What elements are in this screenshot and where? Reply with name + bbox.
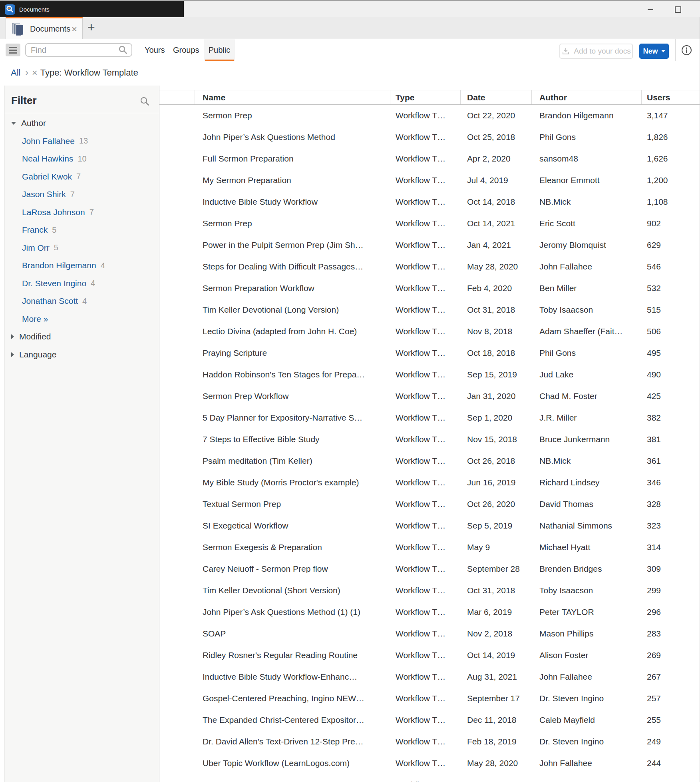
table-row[interactable]: Gospel-Centered Preaching, Ingino NEW… W… (159, 688, 700, 709)
breadcrumb-all-link[interactable]: All (11, 68, 20, 78)
cell-author: Phil Gons (539, 132, 638, 142)
table-row[interactable]: Tim Keller Devotional (Short Version) Wo… (159, 580, 700, 601)
cell-users: 629 (647, 240, 661, 250)
filter-author-item[interactable]: LaRosa Johnson 7 (4, 203, 159, 221)
filter-author-item[interactable]: Jason Shirk 7 (4, 186, 159, 203)
cell-type: Workflow T… (396, 672, 445, 682)
filter-author-item[interactable]: Neal Hawkins 10 (4, 150, 159, 168)
table-row[interactable]: Sermon Preparation Workflow Workflow T… … (159, 277, 700, 299)
cell-users: 328 (647, 499, 661, 509)
filter-section-modified[interactable]: Modified (4, 328, 159, 346)
minimize-button[interactable] (642, 1, 658, 18)
table-row[interactable]: John Piper’s Ask Questions Method Workfl… (159, 126, 700, 148)
table-row[interactable]: Sermon Prep Workflow T… Nov 21, 2018 (159, 774, 700, 782)
filter-author-link[interactable]: Jim Orr (22, 243, 50, 253)
table-row[interactable]: The Expanded Christ-Centered Expositor… … (159, 709, 700, 731)
filter-author-link[interactable]: Dr. Steven Ingino (22, 279, 86, 288)
filter-author-link[interactable]: LaRosa Johnson (22, 207, 85, 217)
add-to-your-docs-button[interactable]: Add to your docs (559, 44, 633, 59)
table-row[interactable]: Power in the Pulpit Sermon Prep (Jim Sh…… (159, 234, 700, 256)
filter-author-link[interactable]: Neal Hawkins (22, 154, 73, 164)
filter-section-language[interactable]: Language (4, 346, 159, 364)
cell-users: 269 (647, 650, 661, 660)
filter-author-item[interactable]: Brandon Hilgemann 4 (4, 257, 159, 275)
filter-author-item[interactable]: Jim Orr 5 (4, 239, 159, 257)
remove-filter-icon[interactable]: × (32, 68, 38, 78)
table-row[interactable]: Textual Sermon Prep Workflow T… Oct 26, … (159, 493, 700, 515)
filter-author-link[interactable]: Franck (22, 225, 48, 235)
column-header-name[interactable]: Name (203, 90, 225, 104)
cell-users: 546 (647, 262, 661, 271)
cell-author: J.R. Miller (539, 413, 638, 423)
table-row[interactable]: Uber Topic Workflow (LearnLogos.com) Wor… (159, 752, 700, 774)
filter-author-link[interactable]: Jonathan Scott (22, 296, 78, 306)
table-row[interactable]: My Sermon Preparation Workflow T… Jul 4,… (159, 170, 700, 191)
table-row[interactable]: Praying Scripture Workflow T… Oct 18, 20… (159, 342, 700, 364)
filter-author-item[interactable]: Gabriel Kwok 7 (4, 168, 159, 186)
cell-date: Oct 14, 2021 (467, 219, 515, 228)
header-divider (195, 90, 195, 104)
cell-users: 314 (647, 543, 661, 552)
chevron-right-icon: › (25, 68, 28, 78)
table-row[interactable]: My Bible Study (Morris Proctor's example… (159, 472, 700, 493)
tab-groups[interactable]: Groups (173, 39, 199, 61)
table-row[interactable]: Tim Keller Devotional (Long Version) Wor… (159, 299, 700, 321)
table-row[interactable]: Steps for Dealing With Difficult Passage… (159, 256, 700, 277)
table-row[interactable]: Carey Neiuoff - Sermon Prep flow Workflo… (159, 558, 700, 580)
table-row[interactable]: Ridley Rosner's Regular Reading Routine … (159, 644, 700, 666)
info-button[interactable] (681, 45, 692, 56)
tab-documents[interactable]: Documents × (6, 17, 83, 40)
table-row[interactable]: Psalm meditation (Tim Keller) Workflow T… (159, 450, 700, 472)
cell-name: Haddon Robinson's Ten Stages for Prepa… (203, 370, 388, 379)
new-tab-button[interactable]: + (88, 20, 95, 35)
filter-author-item[interactable]: Franck 5 (4, 221, 159, 239)
cell-users: 299 (647, 586, 661, 595)
tab-public[interactable]: Public (204, 39, 235, 61)
tab-close-icon[interactable]: × (72, 24, 77, 34)
table-row[interactable]: Lectio Divina (adapted from John H. Coe)… (159, 321, 700, 342)
table-row[interactable]: Inductive Bible Study Workflow-Enhanc… W… (159, 666, 700, 688)
table-row[interactable]: Full Sermon Preparation Workflow T… Apr … (159, 148, 700, 170)
cell-name: Uber Topic Workflow (LearnLogos.com) (203, 758, 388, 768)
filter-author-link[interactable]: Brandon Hilgemann (22, 261, 96, 270)
filter-author-item[interactable]: Dr. Steven Ingino 4 (4, 275, 159, 293)
maximize-button[interactable] (670, 1, 686, 18)
filter-search-icon[interactable] (139, 96, 150, 107)
cell-author: John Fallahee (539, 758, 638, 768)
filter-author-item[interactable]: Jonathan Scott 4 (4, 292, 159, 310)
cell-type: Workflow T… (396, 327, 445, 336)
table-row[interactable]: Sermon Prep Workflow Workflow T… Jan 31,… (159, 385, 700, 407)
filter-section-author[interactable]: Author (4, 114, 159, 132)
column-header-users[interactable]: Users (647, 90, 670, 104)
column-header-type[interactable]: Type (396, 90, 414, 104)
new-button[interactable]: New (639, 44, 669, 59)
table-row[interactable]: Sermon Exegesis & Preparation Workflow T… (159, 537, 700, 558)
cell-date: Apr 2, 2020 (467, 154, 511, 164)
cell-type: Workflow T… (396, 499, 445, 509)
filter-author-item[interactable]: John Fallahee 13 (4, 132, 159, 150)
column-header-author[interactable]: Author (539, 90, 567, 104)
table-row[interactable]: SOAP Workflow T… Nov 2, 2018 Mason Phill… (159, 623, 700, 644)
tab-yours[interactable]: Yours (145, 39, 165, 61)
cell-users: 1,108 (647, 197, 668, 207)
cell-type: Workflow T… (396, 435, 445, 444)
table-row[interactable]: Sermon Prep Workflow T… Oct 22, 2020 Bra… (159, 105, 700, 126)
cell-users: 309 (647, 564, 661, 574)
table-row[interactable]: John Piper’s Ask Questions Method (1) (1… (159, 601, 700, 623)
filter-author-link[interactable]: Gabriel Kwok (22, 172, 72, 182)
filter-more-link[interactable]: More » (4, 310, 159, 328)
table-row[interactable]: Sermon Prep Workflow T… Oct 14, 2021 Eri… (159, 213, 700, 234)
table-row[interactable]: Haddon Robinson's Ten Stages for Prepa… … (159, 364, 700, 385)
titlebar: Documents (0, 0, 700, 17)
table-row[interactable]: Inductive Bible Study Workflow Workflow … (159, 191, 700, 213)
filter-author-link[interactable]: Jason Shirk (22, 190, 66, 199)
table-row[interactable]: 7 Steps to Effective Bible Study Workflo… (159, 429, 700, 450)
find-input[interactable] (30, 45, 118, 55)
table-row[interactable]: Dr. David Allen's Text-Driven 12-Step Pr… (159, 731, 700, 752)
menu-button[interactable] (6, 44, 20, 56)
table-row[interactable]: SI Exegetical Workflow Workflow T… Sep 5… (159, 515, 700, 537)
filter-author-link[interactable]: John Fallahee (22, 136, 75, 146)
column-header-date[interactable]: Date (467, 90, 485, 104)
cell-author: Peter TAYLOR (539, 607, 638, 617)
table-row[interactable]: 5 Day Planner for Expository-Narrative S… (159, 407, 700, 429)
